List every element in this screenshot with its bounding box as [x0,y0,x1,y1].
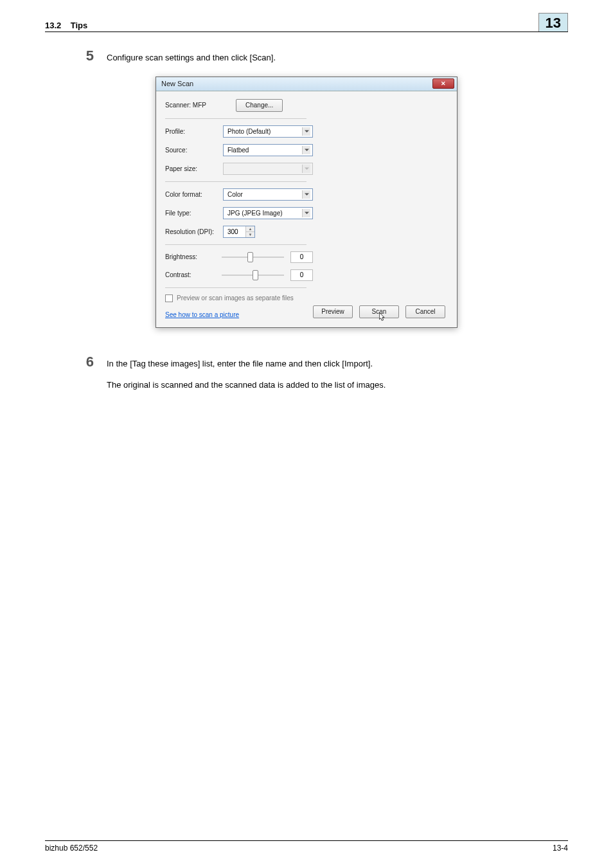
chevron-down-icon [302,127,310,136]
color-format-label: Color format: [165,191,223,198]
profile-label: Profile: [165,128,223,135]
close-icon: ✕ [441,80,446,87]
section-title: Tips [71,21,88,30]
contrast-value: 0 [290,269,313,281]
chevron-down-icon [302,146,310,154]
footer-page-number: 13-4 [553,844,568,853]
brightness-slider[interactable] [222,257,284,258]
resolution-value: 300 [227,228,238,235]
step-6: 6 In the [Tag these images] list, enter … [45,354,568,392]
paper-size-select [223,163,313,175]
step-5: 5 Configure scan settings and then click… [45,48,568,65]
spinner-up-icon[interactable]: ▲ [246,226,254,232]
separate-files-label: Preview or scan images as separate files [177,294,294,302]
source-label: Source: [165,147,223,154]
scanner-label: Scanner: MFP [165,102,223,109]
step-6-line2: The original is scanned and the scanned … [107,379,568,392]
page-header: 13.2 Tips 13 [45,13,568,32]
slider-thumb[interactable] [247,252,253,262]
source-select[interactable]: Flatbed [223,144,313,156]
new-scan-dialog: New Scan ✕ Scanner: MFP Change... Profil… [155,77,458,328]
resolution-spinner[interactable]: 300 ▲ ▼ [223,226,255,238]
color-format-select[interactable]: Color [223,188,313,201]
slider-thumb[interactable] [253,270,258,280]
step-5-text: Configure scan settings and then click [… [107,51,568,65]
color-format-value: Color [227,191,243,198]
file-type-label: File type: [165,210,223,217]
section-heading: 13.2 Tips [45,21,87,30]
dialog-title: New Scan [161,80,193,87]
step-6-line1: In the [Tag these images] list, enter th… [107,357,568,371]
help-link[interactable]: See how to scan a picture [165,311,239,318]
footer-model: bizhub 652/552 [45,844,98,853]
chapter-number-box: 13 [538,13,568,32]
file-type-value: JPG (JPEG Image) [227,210,283,217]
brightness-value: 0 [290,251,313,263]
scan-button[interactable]: Scan [359,305,399,318]
separate-files-checkbox[interactable] [165,294,173,302]
spinner-down-icon[interactable]: ▼ [246,232,254,237]
chevron-down-icon [302,165,310,173]
section-number: 13.2 [45,21,61,30]
file-type-select[interactable]: JPG (JPEG Image) [223,207,313,219]
cancel-button[interactable]: Cancel [405,305,445,318]
chevron-down-icon [302,209,310,217]
profile-value: Photo (Default) [227,128,271,135]
paper-size-label: Paper size: [165,165,223,172]
page-footer: bizhub 652/552 13-4 [45,840,568,853]
preview-button[interactable]: Preview [313,305,353,318]
source-value: Flatbed [227,147,249,154]
resolution-label: Resolution (DPI): [165,228,223,235]
step-5-number: 5 [71,48,94,64]
close-button[interactable]: ✕ [432,78,454,89]
cursor-icon [379,312,386,321]
contrast-label: Contrast: [165,271,222,278]
change-scanner-button[interactable]: Change... [236,99,283,112]
contrast-slider[interactable] [222,275,284,276]
chevron-down-icon [302,190,310,199]
dialog-title-bar[interactable]: New Scan ✕ [156,77,457,91]
brightness-label: Brightness: [165,253,222,260]
step-6-number: 6 [71,354,94,370]
profile-select[interactable]: Photo (Default) [223,125,313,138]
